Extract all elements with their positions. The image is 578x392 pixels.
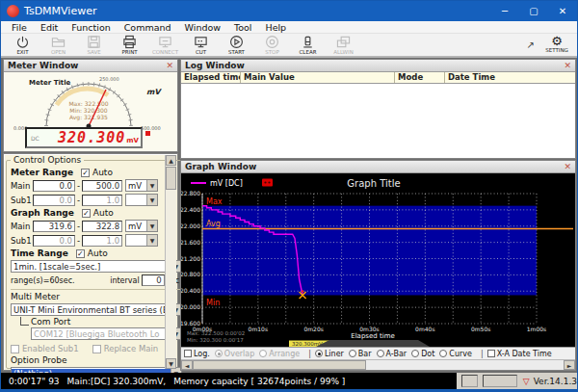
radio-icon <box>377 350 384 357</box>
meter-range-main-row: Main 0.0 - 500.0 mV▼ <box>11 179 182 192</box>
svg-text:Graph Title: Graph Title <box>347 178 400 189</box>
graph-range-main-to-input[interactable]: 322.8 <box>82 221 122 232</box>
print-button[interactable]: PRINT <box>112 34 147 55</box>
log-window: Log Window ✕ Elapsed time Main Value Mod… <box>180 59 576 159</box>
windows-icon <box>336 35 351 49</box>
eraser-icon <box>301 35 315 49</box>
arrange-radio[interactable]: Arrange <box>259 350 300 358</box>
menu-function[interactable]: Function <box>65 22 117 33</box>
log-window-titlebar[interactable]: Log Window ✕ <box>181 60 575 72</box>
meter-window-titlebar[interactable]: Meter Window ✕ <box>4 60 177 72</box>
monitor-cut-icon <box>194 35 208 49</box>
graph-window-close-icon[interactable]: ✕ <box>564 162 571 171</box>
graph-range-main-unit-select[interactable]: mV▼ <box>125 220 158 232</box>
log-window-close-icon[interactable]: ✕ <box>564 61 571 70</box>
bar-radio[interactable]: Bar <box>349 350 372 358</box>
col-date-time[interactable]: Date Time <box>445 72 575 83</box>
col-mode[interactable]: Mode <box>395 72 445 83</box>
dot-radio[interactable]: Dot <box>411 350 434 358</box>
meter-avg-stat: Avg: 321.935 <box>69 114 108 121</box>
curve-radio[interactable]: Curve <box>439 350 472 358</box>
pointer-arrow-icon[interactable]: ↗ <box>527 39 535 50</box>
menu-help[interactable]: Help <box>258 22 293 33</box>
xa-datetime-checkbox[interactable]: X-A Date Time <box>487 350 552 358</box>
graph-horizontal-scrollbar[interactable]: ◄ ► <box>181 359 575 370</box>
menu-tool[interactable]: Tool <box>227 22 258 33</box>
col-main-value[interactable]: Main Value <box>241 72 395 83</box>
graph-range-sub-unit-select[interactable]: ▼ <box>125 234 158 247</box>
separator: | <box>308 350 311 358</box>
scroll-down-icon[interactable]: ▼ <box>166 358 176 369</box>
svg-text:0m30s: 0m30s <box>359 326 379 332</box>
overlap-radio[interactable]: Overlap <box>215 350 254 358</box>
com-port-select[interactable]: COM12 [Bluegiga Bluetooth Lo ▼ <box>31 327 182 340</box>
separator: | <box>481 350 484 358</box>
svg-text:Elapsed time: Elapsed time <box>351 332 395 340</box>
multi-meter-select[interactable]: UNI-T Mini Environmental BT series (B ▼ <box>11 303 182 316</box>
menu-command[interactable]: Command <box>118 22 178 33</box>
meter-window-close-icon[interactable]: ✕ <box>166 61 173 70</box>
allwin-button[interactable]: ALLWIN <box>326 34 361 55</box>
stop-button[interactable]: STOP <box>254 34 290 55</box>
graph-window-titlebar[interactable]: Graph Window ✕ <box>181 161 575 173</box>
scroll-up-icon[interactable]: ▲ <box>166 155 176 166</box>
chevron-down-icon: ▼ <box>146 180 157 191</box>
interval-input[interactable]: 0 <box>142 274 165 286</box>
radio-icon <box>411 350 419 357</box>
meter-range-auto-checkbox[interactable]: ✓ <box>81 169 90 177</box>
control-options-group: Control Options Meter Range ✓ Auto Main … <box>6 155 187 369</box>
meter-range-sub-from-input[interactable]: 0.0 <box>33 195 75 206</box>
menu-file[interactable]: File <box>5 22 34 33</box>
control-pane-scrollbar[interactable]: ▲ ▼ <box>165 155 176 369</box>
meter-range-main-to-input[interactable]: 500.0 <box>82 180 122 192</box>
status-elapsed: 0:00'17" 93 <box>9 377 60 386</box>
minimize-button[interactable]: ─ <box>490 1 519 21</box>
meter-range-sub-row: Sub1 0.0 - 1.0 ▼ <box>11 194 182 206</box>
scroll-right-icon[interactable]: ► <box>564 360 575 370</box>
control-options-legend: Control Options <box>11 155 84 165</box>
enabled-sub1-checkbox[interactable] <box>11 345 19 353</box>
save-button[interactable]: SAVE <box>76 34 112 55</box>
meter-range-sub-unit-select[interactable]: ▼ <box>125 194 158 206</box>
liner-radio[interactable]: Liner <box>315 350 344 358</box>
time-range-auto-checkbox[interactable]: ✓ <box>76 249 85 258</box>
connect-button[interactable]: CONNECT <box>147 34 183 55</box>
play-icon <box>229 35 244 49</box>
replace-main-checkbox[interactable] <box>92 345 101 353</box>
start-button[interactable]: START <box>219 34 254 55</box>
scrollbar-thumb[interactable] <box>166 167 176 190</box>
exit-button[interactable]: EXIT <box>5 34 40 55</box>
col-elapsed-time[interactable]: Elapsed time <box>181 72 241 83</box>
graph-range-main-from-input[interactable]: 319.6 <box>33 221 75 232</box>
clear-button[interactable]: CLEAR <box>290 34 326 55</box>
svg-text:mV [DC]: mV [DC] <box>210 179 243 188</box>
graph-range-sub-from-input[interactable]: 0.0 <box>33 235 75 247</box>
a-bar-radio[interactable]: A-Bar <box>377 350 407 358</box>
scrollbar-thumb[interactable] <box>193 360 366 370</box>
menu-window[interactable]: Window <box>178 22 227 33</box>
meter-range-main-from-input[interactable]: 0.0 <box>33 180 75 192</box>
open-button[interactable]: OPEN <box>40 34 76 55</box>
graph-range-sub-to-input[interactable]: 1.0 <box>82 235 122 247</box>
maximize-button[interactable]: ▢ <box>519 1 548 21</box>
meter-range-main-unit-select[interactable]: mV▼ <box>125 179 158 192</box>
graph-range-auto-checkbox[interactable]: ✓ <box>82 209 91 218</box>
printer-icon <box>122 35 137 49</box>
graph-window-title: Graph Window <box>185 162 256 171</box>
option-probe-label: Option Probe <box>11 355 182 365</box>
scroll-left-icon[interactable]: ◄ <box>181 360 193 370</box>
log-checkbox[interactable]: Log. <box>184 350 210 358</box>
cut-button[interactable]: CUT <box>183 34 219 55</box>
svg-text:Min: 320.300 0:00'17: Min: 320.300 0:00'17 <box>187 337 244 343</box>
meter-window: Meter Window ✕ Meter Title 250.000 mV 0.… <box>3 59 178 152</box>
setting-button[interactable]: ⚙ SETTING <box>540 35 573 53</box>
time-range-select[interactable]: 1min. [1scale=5sec.] ▼ <box>11 260 182 273</box>
svg-text:Min: Min <box>206 299 220 307</box>
menu-edit[interactable]: Edit <box>34 22 65 33</box>
chevron-down-icon: ▼ <box>146 221 157 231</box>
graph-range-header: Graph Range ✓ Auto <box>11 208 182 218</box>
version-icon: ▽ <box>523 377 530 386</box>
close-button[interactable]: ✕ <box>548 1 577 21</box>
radio-icon <box>315 350 323 357</box>
meter-range-sub-to-input[interactable]: 1.0 <box>82 195 122 206</box>
